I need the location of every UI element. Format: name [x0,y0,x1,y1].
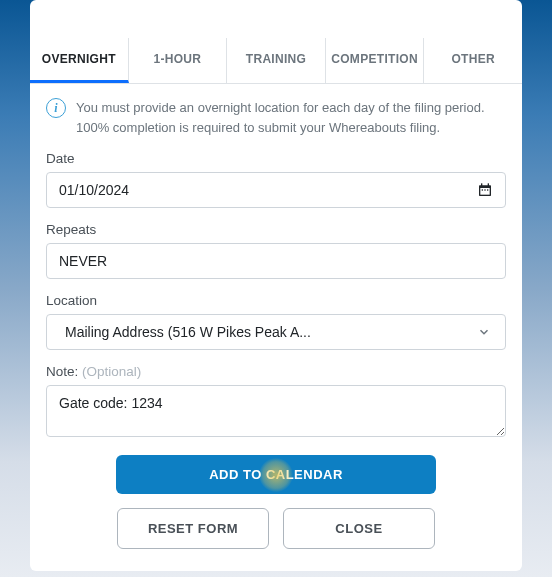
svg-rect-2 [481,183,482,186]
tab-bar: OVERNIGHT 1-HOUR TRAINING COMPETITION OT… [30,38,522,84]
field-note: Note: (Optional) Gate code: 1234 [46,364,506,441]
tab-training[interactable]: TRAINING [227,38,326,83]
date-input[interactable]: 01/10/2024 [46,172,506,208]
svg-rect-3 [488,183,489,186]
svg-rect-1 [480,188,489,195]
form-content: i You must provide an overnight location… [30,84,522,571]
tab-overnight[interactable]: OVERNIGHT [30,38,129,83]
info-banner: i You must provide an overnight location… [46,98,506,137]
chevron-down-icon [477,325,491,339]
tab-competition[interactable]: COMPETITION [326,38,425,83]
location-select[interactable]: Mailing Address (516 W Pikes Peak A... [46,314,506,350]
note-textarea[interactable]: Gate code: 1234 [46,385,506,437]
calendar-icon [477,182,493,198]
field-repeats: Repeats [46,222,506,279]
whereabouts-modal: OVERNIGHT 1-HOUR TRAINING COMPETITION OT… [30,0,522,571]
repeats-input[interactable] [46,243,506,279]
date-label: Date [46,151,506,166]
location-label: Location [46,293,506,308]
tab-other[interactable]: OTHER [424,38,522,83]
add-to-calendar-button[interactable]: ADD TO CALENDAR [116,455,436,494]
svg-rect-4 [482,189,483,190]
svg-rect-6 [487,189,488,190]
repeats-label: Repeats [46,222,506,237]
info-text: You must provide an overnight location f… [76,98,506,137]
tab-1-hour[interactable]: 1-HOUR [129,38,228,83]
location-value: Mailing Address (516 W Pikes Peak A... [65,324,311,340]
svg-rect-5 [484,189,485,190]
date-value: 01/10/2024 [59,182,477,198]
secondary-button-row: RESET FORM CLOSE [46,508,506,549]
close-button[interactable]: CLOSE [283,508,435,549]
info-icon: i [46,98,66,118]
note-label: Note: (Optional) [46,364,506,379]
field-location: Location Mailing Address (516 W Pikes Pe… [46,293,506,350]
reset-form-button[interactable]: RESET FORM [117,508,269,549]
field-date: Date 01/10/2024 [46,151,506,208]
primary-button-row: ADD TO CALENDAR [46,455,506,494]
